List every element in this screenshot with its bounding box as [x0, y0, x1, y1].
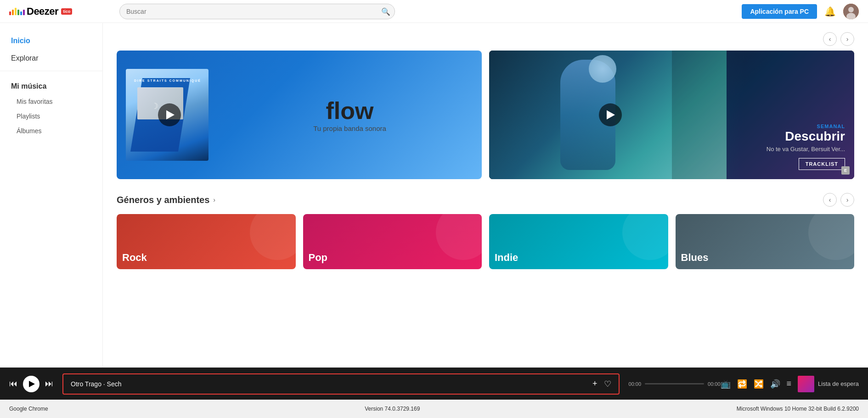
explicit-badge: E: [841, 166, 850, 175]
track-info: Otro Trago · Sech: [71, 380, 592, 388]
queue-thumb: [798, 376, 814, 392]
player-right-controls: 📺 🔁 🔀 🔊 ≡ Lista de espera: [721, 376, 859, 392]
progress-area: 00:00 00:00: [629, 381, 721, 387]
flow-card[interactable]: ☽ DIRE STRAITS COMMUNIQUÉ flow Tu propia…: [117, 51, 482, 179]
play-triangle-icon-2: [607, 110, 615, 119]
repeat-button[interactable]: 🔁: [737, 379, 747, 389]
search-bar: 🔍: [119, 4, 395, 19]
genre-label-blues: Blues: [681, 252, 709, 264]
now-playing-area: Otro Trago · Sech + ♡: [62, 373, 620, 395]
sidebar-item-inicio[interactable]: Inicio: [0, 32, 102, 50]
main-layout: Inicio Explorar Mi música Mis favoritas …: [0, 23, 868, 367]
genre-card-pop[interactable]: Pop: [303, 214, 482, 269]
time-end: 00:00: [708, 381, 721, 387]
genres-carousel-nav: ‹ ›: [823, 193, 854, 207]
cast-button[interactable]: 📺: [721, 379, 731, 389]
flow-card-text: flow Tu propia banda sonora: [218, 97, 482, 133]
search-wrapper: 🔍: [119, 4, 395, 19]
shuffle-button[interactable]: 🔀: [754, 379, 764, 389]
sidebar-section-mi-musica: Mi música: [0, 75, 102, 94]
flow-subtitle: Tu propia banda sonora: [313, 124, 386, 132]
top-carousel-nav: ‹ ›: [117, 32, 854, 46]
queue-label: Lista de espera: [818, 380, 859, 387]
genres-carousel-prev[interactable]: ‹: [823, 193, 837, 207]
progress-bar[interactable]: [645, 383, 704, 384]
logo-text: Deezer: [27, 6, 58, 17]
svg-point-1: [848, 7, 854, 12]
system-bar: Google Chrome Version 74.0.3729.169 Micr…: [0, 400, 868, 418]
system-os: Microsoft Windows 10 Home 32-bit Build 6…: [737, 406, 859, 412]
content-area: ‹ › ☽ DIRE STRAITS COMMUNIQ: [103, 23, 868, 367]
like-track-button[interactable]: ♡: [604, 379, 611, 389]
volume-button[interactable]: 🔊: [770, 379, 780, 389]
semanal-badge: SEMANAL: [817, 124, 845, 129]
genre-label-pop: Pop: [309, 252, 328, 264]
sidebar-item-albumes[interactable]: Álbumes: [0, 124, 102, 138]
bottom-player: ⏮ ⏭ Otro Trago · Sech + ♡ 00:00 00:00 📺 …: [0, 367, 868, 400]
genre-cards: Rock Pop Indie Blues: [117, 214, 854, 269]
search-input[interactable]: [119, 4, 395, 19]
track-actions: + ♡: [592, 379, 611, 389]
play-main-triangle-icon: [29, 381, 35, 387]
genres-section-title[interactable]: Géneros y ambientes ›: [117, 195, 215, 205]
topbar-right: Aplicación para PC 🔔: [742, 4, 859, 19]
genre-card-blues[interactable]: Blues: [676, 214, 855, 269]
sidebar-item-favoritas[interactable]: Mis favoritas: [0, 94, 102, 109]
equalizer-button[interactable]: ≡: [787, 379, 792, 389]
avatar[interactable]: [843, 4, 859, 19]
system-browser: Google Chrome: [9, 406, 48, 412]
flow-play-button[interactable]: [158, 103, 181, 126]
tico-badge: tico: [61, 8, 72, 15]
discover-card[interactable]: SEMANAL Descubrir No te va Gustar, Bersu…: [489, 51, 854, 179]
carousel-next-button[interactable]: ›: [840, 32, 854, 46]
deezer-bars-icon: [9, 8, 25, 15]
genres-carousel-next[interactable]: ›: [840, 193, 854, 207]
genres-section-header: Géneros y ambientes › ‹ ›: [117, 193, 854, 207]
next-track-button[interactable]: ⏭: [45, 379, 53, 389]
genre-label-indie: Indie: [495, 252, 518, 264]
system-version: Version 74.0.3729.169: [365, 406, 420, 412]
carousel-prev-button[interactable]: ‹: [823, 32, 837, 46]
play-triangle-icon: [166, 110, 175, 119]
deezer-logo: Deezer: [9, 6, 58, 17]
prev-icon: ⏮: [9, 379, 17, 389]
add-track-button[interactable]: +: [592, 379, 597, 389]
feature-cards: ☽ DIRE STRAITS COMMUNIQUÉ flow Tu propia…: [117, 51, 854, 179]
topbar: Deezer tico 🔍 Aplicación para PC 🔔: [0, 0, 868, 23]
discover-bg: SEMANAL Descubrir No te va Gustar, Bersu…: [489, 51, 854, 179]
next-icon: ⏭: [45, 379, 53, 389]
player-controls: ⏮ ⏭: [9, 376, 53, 392]
time-start: 00:00: [629, 381, 642, 387]
genre-card-indie[interactable]: Indie: [489, 214, 668, 269]
prev-track-button[interactable]: ⏮: [9, 379, 17, 389]
discover-subtitle: No te va Gustar, Bersuit Ver...: [767, 146, 845, 153]
logo-area: Deezer tico: [9, 6, 110, 17]
discover-title: Descubrir: [785, 129, 845, 144]
sidebar: Inicio Explorar Mi música Mis favoritas …: [0, 23, 103, 367]
sidebar-separator: [0, 71, 102, 71]
genre-label-rock: Rock: [122, 252, 147, 264]
track-name: Otro Trago · Sech: [71, 380, 122, 388]
genre-card-rock[interactable]: Rock: [117, 214, 296, 269]
app-download-button[interactable]: Aplicación para PC: [742, 4, 817, 19]
discover-play-button[interactable]: [599, 103, 622, 126]
tracklist-button[interactable]: TRACKLIST: [799, 158, 845, 170]
flow-title: flow: [218, 97, 482, 124]
sidebar-item-playlists[interactable]: Playlists: [0, 109, 102, 124]
bell-icon[interactable]: 🔔: [824, 6, 836, 17]
sidebar-item-explorar[interactable]: Explorar: [0, 50, 102, 67]
queue-area[interactable]: Lista de espera: [798, 376, 859, 392]
play-pause-button[interactable]: [23, 376, 39, 392]
search-icon[interactable]: 🔍: [381, 7, 390, 16]
